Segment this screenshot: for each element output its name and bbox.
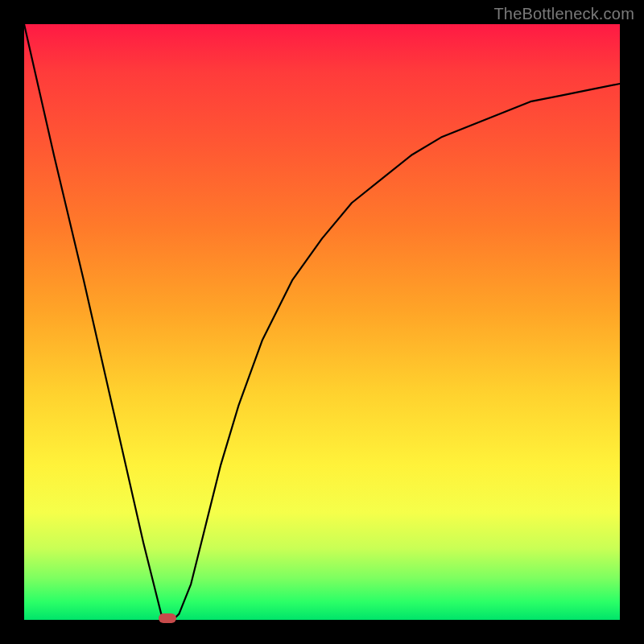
watermark-text: TheBottleneck.com xyxy=(493,5,634,23)
bottleneck-curve xyxy=(24,24,620,620)
chart-frame: TheBottleneck.com xyxy=(0,0,644,644)
minimum-marker xyxy=(159,613,176,623)
plot-area xyxy=(24,24,620,620)
